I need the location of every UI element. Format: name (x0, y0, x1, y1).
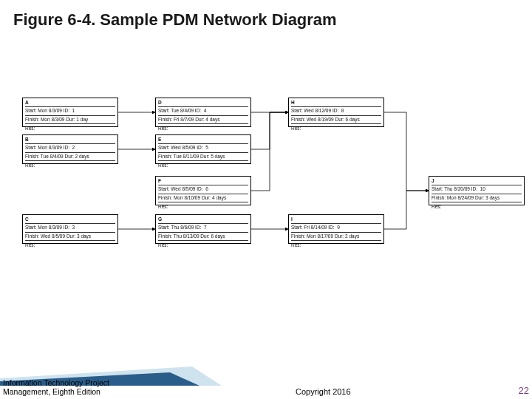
task-node-D: DStart: Tue 8/4/09 ID: 4Finish: Fri 8/7/… (155, 98, 251, 127)
node-finish-row: Finish: Mon 8/24/09 Dur: 3 days (432, 194, 522, 202)
node-res-row: Res: (25, 160, 115, 169)
task-node-G: GStart: Thu 8/6/09 ID: 7Finish: Thu 8/13… (155, 214, 251, 244)
node-start-row: Start: Tue 8/4/09 ID: 4 (158, 106, 248, 115)
node-res-row: Res: (432, 202, 522, 211)
page-title: Figure 6-4. Sample PDM Network Diagram (0, 0, 532, 30)
node-label: J (432, 178, 522, 185)
node-finish-row: Finish: Mon 8/10/09 Dur: 4 days (158, 194, 248, 202)
node-finish-row: Finish: Wed 8/19/09 Dur: 6 days (291, 115, 381, 124)
node-label: D (158, 100, 248, 106)
node-start-row: Start: Fri 8/14/09 ID: 9 (291, 223, 381, 232)
node-finish-row: Finish: Mon 8/3/09 Dur: 1 day (25, 115, 115, 124)
node-label: H (291, 100, 381, 106)
node-start-row: Start: Thu 8/20/09 ID: 10 (432, 185, 522, 194)
node-label: B (25, 137, 115, 143)
node-finish-row: Finish: Wed 8/5/09 Dur: 3 days (25, 232, 115, 241)
node-label: C (25, 216, 115, 223)
footer-source-line2: Management, Eighth Edition (3, 387, 109, 396)
task-node-J: JStart: Thu 8/20/09 ID: 10Finish: Mon 8/… (429, 176, 525, 205)
task-node-A: AStart: Mon 8/3/09 ID: 1Finish: Mon 8/3/… (22, 98, 118, 127)
edge-F-H (251, 112, 288, 191)
task-node-B: BStart: Mon 8/3/09 ID: 2Finish: Tue 8/4/… (22, 134, 118, 164)
node-label: G (158, 216, 248, 223)
node-finish-row: Finish: Tue 8/4/09 Dur: 2 days (25, 152, 115, 161)
node-res-row: Res: (158, 240, 248, 249)
node-finish-row: Finish: Fri 8/7/09 Dur: 4 days (158, 115, 248, 124)
node-start-row: Start: Mon 8/3/09 ID: 3 (25, 223, 115, 232)
edge-E-H (251, 112, 288, 149)
page-number: 22 (519, 385, 529, 396)
node-res-row: Res: (25, 123, 115, 132)
task-node-E: EStart: Wed 8/5/09 ID: 5Finish: Tue 8/11… (155, 134, 251, 164)
node-label: I (291, 216, 381, 223)
node-label: E (158, 137, 248, 143)
task-node-H: HStart: Wed 8/12/09 ID: 8Finish: Wed 8/1… (288, 98, 384, 127)
node-finish-row: Finish: Thu 8/13/09 Dur: 6 days (158, 232, 248, 241)
node-start-row: Start: Wed 8/5/09 ID: 5 (158, 143, 248, 152)
edge-I-J (384, 191, 429, 229)
node-start-row: Start: Wed 8/5/09 ID: 6 (158, 185, 248, 194)
node-res-row: Res: (291, 123, 381, 132)
task-node-I: IStart: Fri 8/14/09 ID: 9Finish: Mon 8/1… (288, 214, 384, 244)
node-start-row: Start: Mon 8/3/09 ID: 1 (25, 106, 115, 115)
node-finish-row: Finish: Tue 8/11/09 Dur: 5 days (158, 152, 248, 161)
footer-copyright: Copyright 2016 (296, 387, 351, 396)
task-node-F: FStart: Wed 8/5/09 ID: 6Finish: Mon 8/10… (155, 176, 251, 205)
node-finish-row: Finish: Mon 8/17/09 Dur: 2 days (291, 232, 381, 241)
node-label: F (158, 178, 248, 185)
footer-source-line1: Information Technology Project (3, 378, 109, 387)
node-start-row: Start: Mon 8/3/09 ID: 2 (25, 143, 115, 152)
footer-source: Information Technology Project Managemen… (3, 378, 109, 396)
node-res-row: Res: (25, 240, 115, 249)
node-res-row: Res: (158, 160, 248, 169)
node-res-row: Res: (158, 202, 248, 211)
node-res-row: Res: (291, 240, 381, 249)
node-label: A (25, 100, 115, 106)
task-node-C: CStart: Mon 8/3/09 ID: 3Finish: Wed 8/5/… (22, 214, 118, 244)
node-start-row: Start: Wed 8/12/09 ID: 8 (291, 106, 381, 115)
node-start-row: Start: Thu 8/6/09 ID: 7 (158, 223, 248, 232)
edge-H-J (384, 112, 429, 191)
node-res-row: Res: (158, 123, 248, 132)
